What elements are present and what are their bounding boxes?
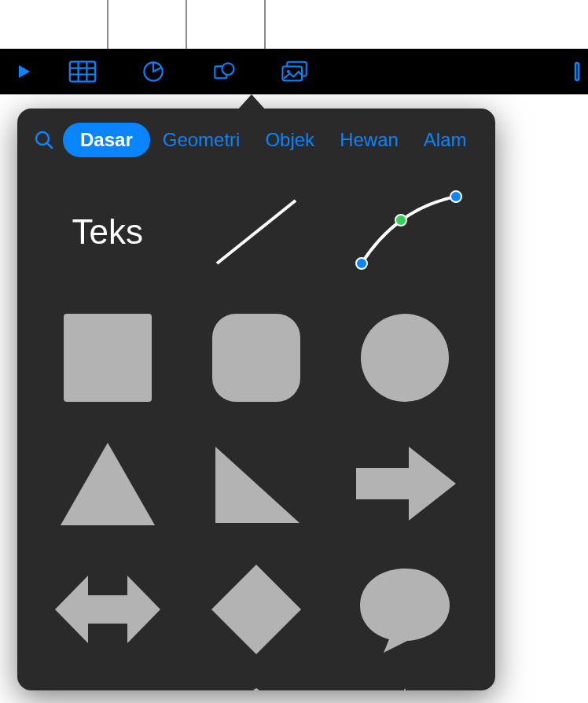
svg-point-20	[361, 314, 449, 402]
shape-circle[interactable]	[342, 307, 468, 409]
shapes-popover: Dasar Geometri Objek Hewan Alam Teks	[17, 109, 495, 690]
search-button[interactable]	[30, 126, 58, 154]
tab-dasar[interactable]: Dasar	[63, 123, 150, 157]
callout-line-2	[186, 0, 187, 49]
tab-hewan[interactable]: Hewan	[327, 123, 411, 157]
insert-shape-button[interactable]	[189, 49, 259, 94]
shape-right-triangle[interactable]	[193, 432, 319, 535]
shape-double-arrow[interactable]	[45, 558, 171, 661]
callout-line-3	[264, 0, 266, 49]
text-shape-label: Teks	[72, 212, 142, 252]
shape-curve-pen[interactable]	[342, 181, 468, 283]
svg-rect-18	[64, 314, 152, 402]
svg-rect-19	[212, 314, 300, 402]
shape-arrow-right[interactable]	[342, 432, 468, 535]
svg-point-7	[222, 63, 234, 75]
tab-geometri[interactable]: Geometri	[150, 123, 253, 157]
callout-line-1	[107, 0, 108, 49]
shape-line[interactable]	[193, 181, 319, 283]
svg-rect-0	[70, 61, 95, 81]
shape-square[interactable]	[45, 307, 171, 409]
toolbar	[0, 49, 588, 94]
svg-line-13	[47, 143, 52, 148]
shape-star[interactable]	[342, 684, 468, 690]
shape-rounded-tab[interactable]	[45, 684, 171, 690]
svg-rect-11	[575, 63, 579, 80]
svg-rect-9	[282, 66, 302, 80]
insert-chart-button[interactable]	[118, 49, 189, 94]
svg-line-14	[217, 201, 296, 263]
svg-point-17	[450, 191, 461, 202]
popover-header: Dasar Geometri Objek Hewan Alam	[17, 109, 495, 165]
shapes-grid: Teks	[17, 165, 495, 690]
toolbar-overflow[interactable]	[574, 49, 588, 94]
shape-speech-bubble[interactable]	[342, 558, 468, 661]
svg-point-16	[395, 215, 406, 226]
tab-objek[interactable]: Objek	[252, 123, 327, 157]
shape-triangle[interactable]	[45, 432, 171, 535]
shape-text[interactable]: Teks	[45, 181, 171, 283]
shape-pentagon[interactable]	[193, 684, 319, 690]
play-button[interactable]	[0, 49, 47, 94]
popover-arrow	[237, 94, 266, 110]
insert-media-button[interactable]	[259, 49, 330, 94]
shape-rounded-square[interactable]	[193, 307, 319, 409]
category-tabs: Dasar Geometri Objek Hewan Alam	[63, 123, 483, 157]
insert-table-button[interactable]	[47, 49, 118, 94]
shape-diamond[interactable]	[193, 558, 319, 661]
svg-point-15	[356, 258, 367, 269]
tab-alam[interactable]: Alam	[411, 123, 480, 157]
